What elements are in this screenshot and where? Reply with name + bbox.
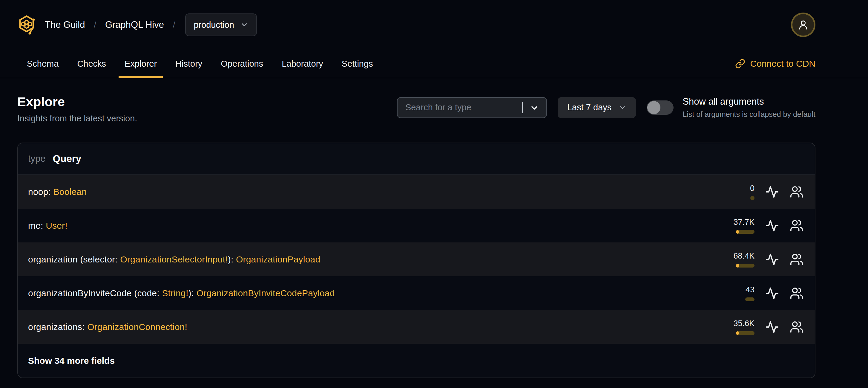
explorer-controls: Last 7 days Show all arguments List of a… [397, 96, 815, 119]
breadcrumb-separator: / [94, 20, 96, 30]
type-card-header: type Query [18, 143, 815, 175]
field-users-button[interactable] [790, 219, 804, 233]
field-stats: 0 [726, 184, 804, 200]
usage-bar-fill [736, 331, 739, 335]
field-signature: organization (selector: OrganizationSele… [28, 255, 320, 265]
users-icon [790, 185, 804, 199]
toggle-description: List of arguments is collapsed by defaul… [683, 110, 815, 119]
page-head: Explore Insights from the latest version… [17, 94, 137, 123]
breadcrumb-project[interactable]: GraphQL Hive [105, 20, 164, 30]
activity-icon [765, 287, 779, 300]
request-count: 0 [750, 184, 754, 193]
field-users-button[interactable] [790, 320, 804, 334]
tab-laboratory[interactable]: Laboratory [282, 50, 323, 78]
target-selector-value: production [193, 20, 234, 30]
type-link[interactable]: User! [46, 220, 67, 231]
field-row: organizationByInviteCode (code: String!)… [18, 276, 815, 310]
field-activity-button[interactable] [765, 287, 779, 300]
tab-explorer[interactable]: Explorer [125, 50, 157, 78]
field-metric: 35.6K [726, 319, 754, 335]
field-users-button[interactable] [790, 185, 804, 199]
activity-icon [765, 252, 779, 266]
field-metric: 0 [726, 184, 754, 200]
type-link[interactable]: String! [162, 288, 188, 298]
request-count: 43 [746, 285, 754, 294]
tab-schema[interactable]: Schema [27, 50, 59, 78]
field-activity-button[interactable] [765, 185, 779, 199]
usage-bar [736, 230, 754, 234]
show-all-arguments-toggle[interactable] [647, 100, 674, 115]
type-link[interactable]: Boolean [54, 187, 87, 197]
field-rows: noop: Boolean0me: User!37.7Korganization… [18, 175, 815, 344]
app-header: The Guild / GraphQL Hive / production [0, 0, 868, 50]
chevron-down-icon[interactable] [530, 103, 539, 113]
search-divider [522, 102, 523, 113]
tab-operations[interactable]: Operations [221, 50, 263, 78]
field-row: organizations: OrganizationConnection!35… [18, 310, 815, 344]
show-more-fields-button[interactable]: Show 34 more fields [18, 344, 815, 378]
field-stats: 68.4K [726, 251, 804, 268]
field-activity-button[interactable] [765, 219, 779, 233]
usage-bar-fill [736, 264, 739, 268]
field-metric: 43 [726, 285, 754, 301]
target-selector[interactable]: production [185, 13, 256, 36]
type-link[interactable]: OrganizationByInviteCodePayload [196, 288, 335, 298]
field-row: me: User!37.7K [18, 209, 815, 242]
request-count: 37.7K [733, 218, 754, 227]
link-icon [735, 59, 745, 69]
field-name-text: organizations: [28, 322, 87, 332]
field-users-button[interactable] [790, 287, 804, 300]
field-name-text: me: [28, 220, 46, 231]
project-nav: SchemaChecksExplorerHistoryOperationsLab… [0, 50, 868, 78]
page-subtitle: Insights from the latest version. [17, 114, 137, 123]
field-signature: organizations: OrganizationConnection! [28, 322, 187, 332]
activity-icon [765, 320, 779, 334]
breadcrumb-organization[interactable]: The Guild [45, 20, 85, 30]
users-icon [790, 320, 804, 334]
type-link[interactable]: OrganizationSelectorInput! [120, 255, 227, 264]
user-menu-button[interactable] [791, 12, 815, 37]
type-link[interactable]: OrganizationPayload [236, 255, 320, 264]
toggle-label: Show all arguments [683, 96, 815, 107]
usage-bar [736, 264, 754, 268]
type-card-query: type Query noop: Boolean0me: User!37.7Ko… [17, 143, 815, 378]
type-search-input[interactable] [397, 97, 547, 118]
field-name-text: organizationByInviteCode (code: [28, 288, 162, 298]
field-name-text: organization (selector: [28, 255, 120, 264]
toggle-knob [647, 101, 660, 114]
field-row: noop: Boolean0 [18, 175, 815, 209]
period-selector[interactable]: Last 7 days [558, 97, 636, 118]
users-icon [790, 287, 804, 300]
field-metric: 37.7K [726, 218, 754, 234]
usage-bar [736, 331, 754, 335]
explore-page: Explore Insights from the latest version… [0, 94, 868, 388]
activity-icon [765, 185, 779, 199]
field-row: organization (selector: OrganizationSele… [18, 242, 815, 276]
type-search-combobox [397, 97, 547, 118]
field-users-button[interactable] [790, 252, 804, 266]
tab-history[interactable]: History [175, 50, 202, 78]
period-selector-value: Last 7 days [567, 102, 612, 112]
tab-checks[interactable]: Checks [77, 50, 106, 78]
field-stats: 37.7K [726, 218, 804, 234]
type-name: Query [53, 153, 81, 165]
type-kind-label: type [28, 153, 46, 164]
connect-to-cdn-link[interactable]: Connect to CDN [735, 59, 815, 69]
request-count: 68.4K [733, 251, 754, 261]
usage-bar [750, 196, 754, 200]
field-activity-button[interactable] [765, 252, 779, 266]
field-stats: 43 [726, 285, 804, 301]
usage-bar [745, 297, 754, 301]
field-signature: organizationByInviteCode (code: String!)… [28, 288, 335, 298]
users-icon [790, 252, 804, 266]
field-name-text: ): [188, 288, 196, 298]
page-title: Explore [17, 94, 137, 109]
type-link[interactable]: OrganizationConnection! [87, 322, 187, 332]
usage-bar-fill [736, 230, 739, 234]
hive-logo-icon [17, 14, 36, 35]
chevron-down-icon [619, 104, 626, 112]
field-activity-button[interactable] [765, 320, 779, 334]
nav-tabs: SchemaChecksExplorerHistoryOperationsLab… [27, 50, 373, 78]
field-stats: 35.6K [726, 319, 804, 335]
tab-settings[interactable]: Settings [342, 50, 373, 78]
